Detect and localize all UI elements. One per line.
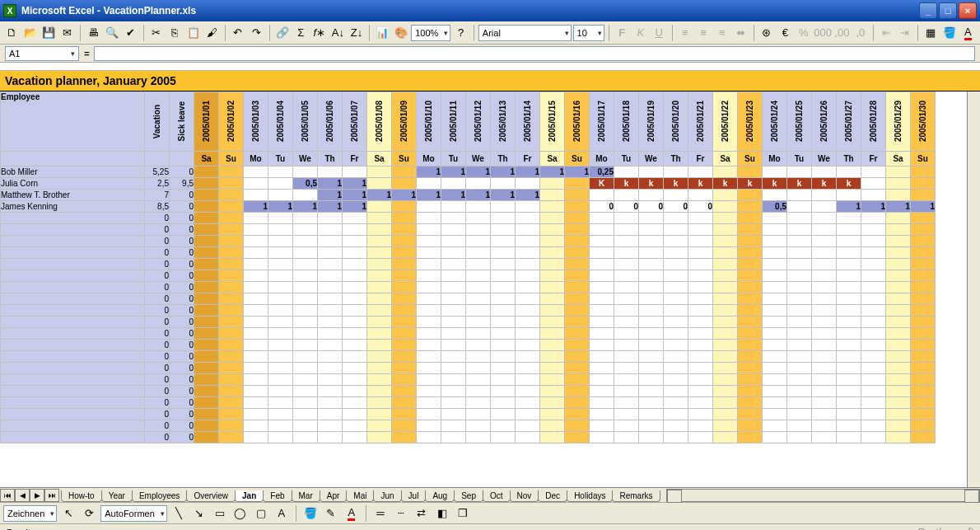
minimize-button[interactable]: _ <box>919 2 937 19</box>
rotate-icon[interactable]: ⟳ <box>80 504 98 523</box>
tab-feb[interactable]: Feb <box>263 490 292 502</box>
maximize-button[interactable]: □ <box>939 2 957 19</box>
shadow-icon[interactable]: ◧ <box>433 504 451 523</box>
tab-next-button[interactable]: ▶ <box>30 489 44 502</box>
autosum-icon[interactable]: Σ <box>292 24 310 42</box>
tab-mar[interactable]: Mar <box>292 490 320 502</box>
function-icon[interactable]: f∗ <box>311 24 329 42</box>
table-row[interactable]: Bob Miller5,25011111110,25 <box>1 167 936 178</box>
table-row[interactable]: 00 <box>1 328 936 340</box>
tab-oct[interactable]: Oct <box>483 490 511 502</box>
new-icon[interactable]: 🗋 <box>3 24 21 42</box>
arrow-icon[interactable]: ↘ <box>190 504 208 523</box>
tab-mai[interactable]: Mai <box>346 490 374 502</box>
table-row[interactable]: 00 <box>1 351 936 363</box>
tab-aug[interactable]: Aug <box>425 490 455 502</box>
tab-last-button[interactable]: ⏭ <box>44 489 59 502</box>
table-row[interactable]: 00 <box>1 224 936 236</box>
table-row[interactable]: Julia Corn2,59,50,511Kkkkkkkkkkk <box>1 178 936 190</box>
print-icon[interactable]: 🖶 <box>85 24 102 42</box>
underline-icon[interactable]: U <box>651 24 668 42</box>
copy-icon[interactable]: ⎘ <box>166 24 184 42</box>
table-row[interactable]: 00 <box>1 386 936 397</box>
comma-icon[interactable]: 000 <box>814 24 832 42</box>
draw-menu[interactable]: Zeichnen <box>3 505 57 522</box>
tab-prev-button[interactable]: ◀ <box>15 489 30 502</box>
table-row[interactable]: 00 <box>1 213 936 224</box>
bold-icon[interactable]: F <box>614 24 631 42</box>
font-dropdown[interactable]: Arial <box>478 25 572 41</box>
table-row[interactable]: 00 <box>1 259 936 270</box>
3d-icon[interactable]: ❒ <box>454 504 472 523</box>
line-icon[interactable]: ╲ <box>170 504 188 523</box>
vertical-scrollbar[interactable] <box>967 91 980 487</box>
tab-nov[interactable]: Nov <box>510 490 539 502</box>
table-row[interactable]: 00 <box>1 317 936 328</box>
tab-how-to[interactable]: How-to <box>61 490 102 502</box>
fill-color-icon[interactable]: 🪣 <box>941 24 959 42</box>
align-left-icon[interactable]: ≡ <box>676 24 693 42</box>
percent-icon[interactable]: % <box>796 24 813 42</box>
table-row[interactable]: 00 <box>1 432 936 443</box>
chart-icon[interactable]: 📊 <box>374 24 391 42</box>
sort-desc-icon[interactable]: Z↓ <box>348 24 366 42</box>
align-center-icon[interactable]: ≡ <box>695 24 712 42</box>
formula-input[interactable] <box>94 46 975 61</box>
table-row[interactable]: 00 <box>1 420 936 432</box>
tab-overview[interactable]: Overview <box>186 490 236 502</box>
euro-icon[interactable]: € <box>777 24 794 42</box>
decrease-decimal-icon[interactable]: ,0 <box>852 24 870 42</box>
save-icon[interactable]: 💾 <box>40 24 58 42</box>
fill-color-draw-icon[interactable]: 🪣 <box>301 504 320 523</box>
undo-icon[interactable]: ↶ <box>230 24 247 42</box>
table-row[interactable]: 00 <box>1 363 936 374</box>
textbox-icon[interactable]: ▢ <box>252 504 270 523</box>
decrease-indent-icon[interactable]: ⇤ <box>878 24 895 42</box>
increase-decimal-icon[interactable]: ,00 <box>833 24 851 42</box>
table-row[interactable]: 00 <box>1 270 936 282</box>
tab-sep[interactable]: Sep <box>454 490 483 502</box>
autoshapes-menu[interactable]: AutoFormen <box>100 505 167 522</box>
table-row[interactable]: James Kenning8,5011111000000,51111 <box>1 201 936 213</box>
tab-holidays[interactable]: Holidays <box>567 490 613 502</box>
wordart-icon[interactable]: A <box>273 504 291 523</box>
drawing-icon[interactable]: 🎨 <box>393 24 410 42</box>
table-row[interactable]: 00 <box>1 282 936 293</box>
table-row[interactable]: 00 <box>1 293 936 305</box>
font-color-draw-icon[interactable]: A <box>343 504 361 523</box>
zoom-dropdown[interactable]: 100% <box>411 25 450 41</box>
table-row[interactable]: 00 <box>1 236 936 247</box>
fontsize-dropdown[interactable]: 10 <box>573 25 605 41</box>
table-row[interactable]: 00 <box>1 397 936 409</box>
merge-icon[interactable]: ⬌ <box>732 24 749 42</box>
table-row[interactable]: 00 <box>1 247 936 259</box>
currency-icon[interactable]: ⊛ <box>758 24 776 42</box>
spreadsheet-grid[interactable]: EmployeeVacationSick leave2005/01/012005… <box>0 91 980 487</box>
dash-style-icon[interactable]: ┄ <box>392 504 410 523</box>
tab-remarks[interactable]: Remarks <box>612 490 660 502</box>
mail-icon[interactable]: ✉ <box>59 24 77 42</box>
cut-icon[interactable]: ✂ <box>148 24 166 42</box>
paste-icon[interactable]: 📋 <box>185 24 203 42</box>
font-color-icon[interactable]: A <box>959 24 977 42</box>
select-objects-icon[interactable]: ↖ <box>59 504 77 523</box>
tab-dec[interactable]: Dec <box>538 490 567 502</box>
table-row[interactable]: 00 <box>1 305 936 317</box>
format-painter-icon[interactable]: 🖌 <box>203 24 221 42</box>
redo-icon[interactable]: ↷ <box>248 24 265 42</box>
tab-year[interactable]: Year <box>101 490 133 502</box>
close-button[interactable]: × <box>959 2 977 19</box>
table-row[interactable]: 00 <box>1 409 936 420</box>
hyperlink-icon[interactable]: 🔗 <box>274 24 292 42</box>
align-right-icon[interactable]: ≡ <box>714 24 731 42</box>
table-row[interactable]: 00 <box>1 374 936 386</box>
horizontal-scrollbar[interactable] <box>666 489 981 502</box>
increase-indent-icon[interactable]: ⇥ <box>897 24 914 42</box>
open-icon[interactable]: 📂 <box>22 24 40 42</box>
name-box[interactable]: A1 <box>5 46 79 61</box>
help-icon[interactable]: ? <box>452 24 469 42</box>
tab-jun[interactable]: Jun <box>373 490 401 502</box>
tab-first-button[interactable]: ⏮ <box>0 489 15 502</box>
print-preview-icon[interactable]: 🔍 <box>104 24 121 42</box>
borders-icon[interactable]: ▦ <box>922 24 940 42</box>
